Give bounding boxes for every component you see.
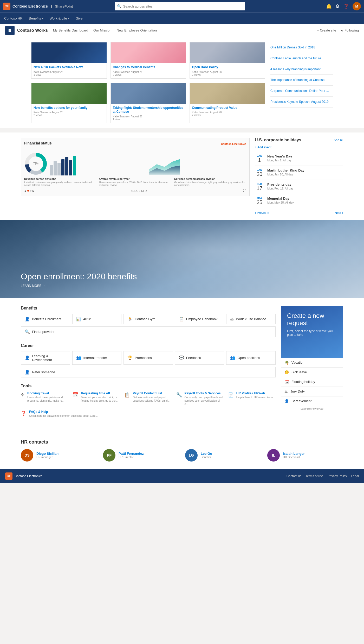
- feedback-link[interactable]: 💬 Feedback: [175, 351, 224, 365]
- fin-item-3: Services demand across division Growth a…: [174, 178, 246, 187]
- career-heading: Career: [21, 343, 276, 348]
- chat-icon: 💬: [179, 355, 184, 360]
- fullscreen-icon[interactable]: ⛶: [243, 189, 246, 193]
- contact-role: HR manager: [36, 456, 60, 459]
- news-sidebar: One Million Drones Sold in 2018 Contoso …: [270, 42, 333, 123]
- calendar-title: U.S. corporate holidays: [255, 138, 301, 142]
- hero-learn-more-link[interactable]: LEARN MORE →: [21, 284, 343, 288]
- slide-prev-icon[interactable]: ◀: [24, 190, 26, 192]
- promotions-link[interactable]: 🏆 Promotions: [124, 351, 173, 365]
- news-card-meta: Katie Swanson August 28 2 views: [34, 111, 105, 117]
- contact-avatar: PF: [103, 449, 115, 462]
- news-card[interactable]: New 401K Packets Available Now Katie Swa…: [31, 42, 107, 79]
- sidebar-news-item[interactable]: Contoso Eagle launch and the future: [270, 53, 333, 64]
- list-icon: 📋: [124, 392, 130, 398]
- open-positions-link[interactable]: 👥 Open positions: [226, 351, 276, 365]
- footer-contact-us[interactable]: Contact us: [287, 474, 301, 478]
- settings-icon[interactable]: ⚙: [335, 3, 340, 9]
- footer-brand-icon: CE: [5, 472, 12, 480]
- footer: CE Contoso Electronics Contact us Terms …: [0, 469, 364, 483]
- hero-content: Open enrollment: 2020 benefits LEARN MOR…: [21, 272, 343, 288]
- leave-option-bereavement[interactable]: 👤 Bereavement: [281, 396, 343, 406]
- hr-contact-4[interactable]: IL Isaiah Langer HR Specialist: [267, 449, 343, 462]
- sidebar-news-item[interactable]: One Million Drones Sold in 2018: [270, 42, 333, 53]
- tool-requesting-time-off: 📅 Requesting time off To report your vac…: [73, 392, 120, 406]
- hr-contacts-title: HR contacts: [21, 439, 343, 445]
- sidebar-news-item[interactable]: The importance of branding at Contoso: [270, 75, 333, 86]
- following-button[interactable]: ★ Following: [340, 28, 359, 32]
- search-input[interactable]: [115, 2, 245, 10]
- brand-name: Contoso Electronics: [12, 4, 48, 8]
- create-site-button[interactable]: + Create site: [317, 28, 336, 32]
- news-card[interactable]: New benefits options for your family Kat…: [31, 83, 107, 123]
- news-row-1: New 401K Packets Available Now Katie Swa…: [31, 42, 265, 79]
- sidebar-news-item[interactable]: President's Keynote Speech: August 2019: [270, 97, 333, 108]
- nav-work-life[interactable]: Work & Life ▾: [50, 16, 69, 20]
- learning-icon: 👤: [25, 355, 30, 360]
- hr-contact-3[interactable]: LG Lee Gu Benefits: [185, 449, 261, 462]
- sidebar-news-item[interactable]: Corporate Communications Define Your ...: [270, 86, 333, 97]
- nav-my-benefits[interactable]: My Benefits Dashboard: [53, 28, 88, 32]
- news-card-image: [190, 42, 265, 63]
- news-card[interactable]: Taking flight: Student mentorship opport…: [110, 83, 186, 123]
- avatar[interactable]: M: [353, 2, 361, 10]
- news-card-title: Taking flight: Student mentorship opport…: [113, 106, 184, 114]
- news-card[interactable]: Changes to Medical Benefits Katie Swanso…: [110, 42, 186, 79]
- news-card-image: [31, 42, 107, 63]
- nav-new-employee[interactable]: New Employee Orientation: [116, 28, 157, 32]
- employee-handbook-link[interactable]: 📋 Employee Handbook: [175, 314, 224, 324]
- tool-hr-profile: 📄 HR Profile / HRWeb Helpful links to HR…: [228, 392, 276, 406]
- hr-contact-2[interactable]: PF Patti Fernandez HR Director: [103, 449, 179, 462]
- news-card-meta: Katie Swanson August 28 1 view: [34, 71, 105, 76]
- site-nav-right: + Create site ★ Following: [317, 28, 359, 32]
- bar-chart: [50, 155, 147, 175]
- news-cards: New 401K Packets Available Now Katie Swa…: [31, 42, 265, 123]
- nav-benefits[interactable]: Benefits ▾: [29, 16, 43, 20]
- internal-transfer-link[interactable]: 👥 Internal transfer: [72, 351, 122, 365]
- see-all-link[interactable]: See all: [334, 138, 343, 142]
- leave-option-vacation[interactable]: 🌴 Vacation: [281, 358, 343, 368]
- floating-icon: 📅: [284, 380, 289, 384]
- work-life-balance-link[interactable]: ⚖ Work < Life Balance: [226, 314, 276, 324]
- site-logo: 📄 Contoso Works: [5, 26, 48, 35]
- hr-contact-1[interactable]: DS Diego Siciliani HR manager: [21, 449, 97, 462]
- leave-option-sick[interactable]: 🤒 Sick leave: [281, 368, 343, 377]
- benefits-enrollment-link[interactable]: 👤 Benefits Enrollment: [21, 314, 70, 324]
- chart-icon: 📊: [76, 317, 81, 321]
- notifications-icon[interactable]: 🔔: [326, 3, 332, 9]
- 401k-link[interactable]: 📊 401k: [72, 314, 122, 324]
- refer-someone-link[interactable]: 👤 Refer someone: [21, 367, 276, 377]
- news-card[interactable]: Communicating Product Value Katie Swanso…: [190, 83, 265, 123]
- nav-our-mission[interactable]: Our Mission: [93, 28, 111, 32]
- contoso-gym-link[interactable]: 🏃 Contoso Gym: [124, 314, 173, 324]
- footer-terms[interactable]: Terms of use: [306, 474, 323, 478]
- find-provider-link[interactable]: 🔍 Find a provider: [21, 326, 276, 337]
- transfer-icon: 👥: [76, 355, 81, 360]
- footer-legal[interactable]: Legal: [351, 474, 359, 478]
- footer-privacy[interactable]: Privacy Policy: [328, 474, 347, 478]
- bar: [57, 163, 61, 175]
- balance-icon: ⚖: [230, 317, 234, 321]
- slide-next-icon[interactable]: ▶: [32, 190, 35, 192]
- search-bar[interactable]: 🔍: [115, 2, 245, 10]
- news-card-title: Changes to Medical Benefits: [113, 65, 184, 70]
- chevron-down-icon: ▾: [68, 17, 69, 20]
- leave-option-floating[interactable]: 📅 Floating holiday: [281, 377, 343, 387]
- calendar-prev-button[interactable]: ‹ Previous: [255, 211, 269, 215]
- holiday-item: JAN 20 Martin Luther King Day Mon, Jan 2…: [255, 166, 343, 180]
- help-icon[interactable]: ❓: [343, 3, 349, 9]
- leave-option-jury[interactable]: ⚖ Jury Duty: [281, 387, 343, 396]
- wrench-icon: 🔧: [176, 392, 182, 398]
- book-icon: 📋: [179, 317, 184, 321]
- learning-development-link[interactable]: 👤 Learning & Development: [21, 351, 70, 365]
- bar: [65, 157, 68, 175]
- sidebar-news-item[interactable]: 4 reasons why branding is important: [270, 64, 333, 75]
- news-card[interactable]: Open Door Policy Katie Swanson August 28…: [190, 42, 265, 79]
- add-event-button[interactable]: + Add event: [255, 146, 343, 149]
- nav-give[interactable]: Give: [76, 16, 83, 20]
- nav-contoso-hr[interactable]: Contoso HR: [4, 16, 23, 20]
- footer-logo: CE Contoso Electronics: [5, 472, 42, 480]
- fin-item-1: Revenue across divisions Individual busi…: [24, 178, 96, 187]
- site-nav: 📄 Contoso Works My Benefits Dashboard Ou…: [0, 24, 364, 37]
- calendar-next-button[interactable]: Next ›: [335, 211, 343, 215]
